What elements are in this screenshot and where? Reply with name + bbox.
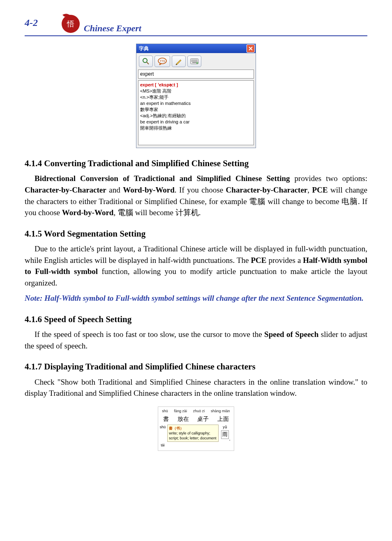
svg-rect-17 — [192, 62, 196, 63]
svg-rect-13 — [193, 61, 194, 62]
svg-rect-8 — [193, 60, 194, 60]
svg-rect-11 — [196, 60, 197, 60]
close-icon — [249, 46, 253, 51]
window-title: 字典 — [139, 45, 247, 52]
search-button[interactable] — [139, 56, 153, 67]
section-heading: 4.1.6 Speed of Speech Setting — [25, 313, 367, 325]
svg-rect-9 — [194, 60, 195, 60]
tts-button[interactable]: TTS — [154, 56, 170, 67]
svg-rect-14 — [194, 61, 195, 62]
keyboard-icon — [190, 58, 198, 64]
pencil-icon — [175, 58, 182, 65]
dictionary-window: 字典 TTS expert expert [ ˈekspəːt ] <MS>進階… — [136, 44, 256, 148]
paragraph: Due to the article's print layout, a Tra… — [25, 243, 367, 288]
search-input[interactable]: expert — [138, 70, 254, 79]
keyboard-button[interactable] — [187, 56, 201, 67]
edit-button[interactable] — [172, 56, 186, 67]
tooltip-body: write; style of calligraphy; script; boo… — [169, 431, 217, 441]
svg-text:TTS: TTS — [159, 60, 165, 63]
result-headword: expert [ ˈekspəːt ] — [140, 82, 252, 88]
svg-rect-10 — [195, 60, 196, 60]
section-heading: 4.1.4 Converting Tradictional and Simpli… — [25, 157, 367, 169]
section-heading: 4.1.7 Displaying Traditional and Simplif… — [25, 360, 367, 373]
result-line: an expert in mathematics — [140, 100, 252, 107]
result-line: be expert in driving a car — [140, 119, 252, 125]
page-header: 4-2 悟 Chinese Expert — [25, 12, 367, 36]
note: Note: Half-Width symbol to Full-width sy… — [25, 293, 367, 304]
translation-popup: shū fàng zài zhuō zi shàng miàn 書 放在 桌子 … — [158, 406, 234, 451]
result-line: 數學專家 — [140, 107, 252, 113]
paragraph: Check "Show both Traditional and Simplif… — [25, 376, 367, 399]
pinyin-row: shū fàng zài zhuō zi shàng miàn — [159, 409, 233, 414]
svg-rect-12 — [191, 61, 192, 62]
hanzi-row: 書 放在 桌子 上面 — [159, 415, 233, 423]
section-heading: 4.1.5 Word Segmentation Setting — [25, 228, 367, 240]
result-line: <n.>專家;能手 — [140, 94, 252, 100]
brand-logo: 悟 — [58, 12, 81, 34]
svg-rect-15 — [195, 61, 196, 62]
close-button[interactable] — [247, 44, 255, 53]
result-pane: expert [ ˈekspəːt ] <MS>進階 高階 <n.>專家;能手 … — [138, 80, 254, 145]
svg-text:悟: 悟 — [67, 20, 74, 28]
svg-line-3 — [147, 62, 149, 64]
magnifier-icon — [142, 58, 150, 65]
window-titlebar: 字典 — [136, 44, 256, 53]
svg-point-2 — [143, 58, 147, 63]
toolbar: TTS — [136, 53, 256, 69]
document-body: 4.1.4 Converting Tradictional and Simpli… — [25, 157, 367, 451]
tooltip-headword: 書（书） — [169, 426, 217, 431]
tooltip: 書（书） write; style of calligraphy; script… — [167, 425, 219, 442]
search-input-value: expert — [140, 71, 154, 77]
brand-title: Chinese Expert — [84, 23, 141, 34]
result-line: <MS>進階 高階 — [140, 88, 252, 94]
svg-rect-16 — [196, 61, 197, 62]
paragraph: Bidrectional Conversion of Tradictional … — [25, 173, 367, 218]
speech-bubble-icon: TTS — [158, 58, 167, 65]
page-number: 4-2 — [25, 17, 38, 28]
result-line: 開車開得很熟練 — [140, 125, 252, 131]
svg-rect-7 — [191, 60, 192, 60]
paragraph: If the speed of speech is too fast or to… — [25, 329, 367, 351]
result-line: <adj.>熟練的;有經驗的 — [140, 113, 252, 119]
